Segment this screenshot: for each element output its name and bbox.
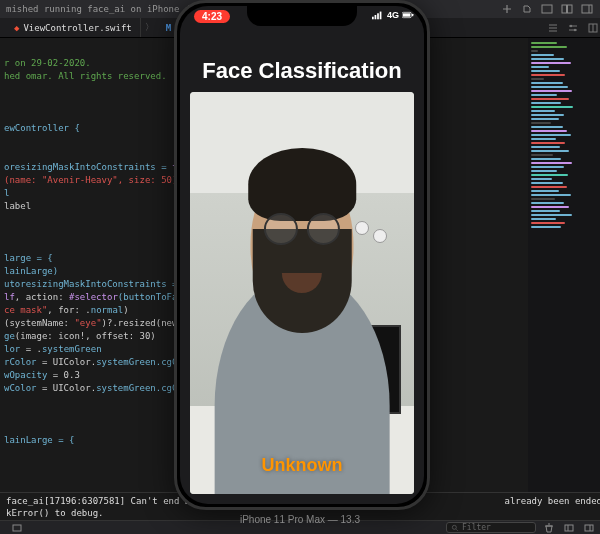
simulator-screen[interactable]: 4:23 4G Face Classification [180,6,424,504]
svg-rect-16 [372,17,374,20]
app-title: Face Classification [180,58,424,84]
assistant-layout-icon[interactable] [560,2,574,16]
tab-viewcontroller[interactable]: ◆ ViewController.swift [6,18,141,37]
swift-icon: ◆ [14,23,19,33]
svg-rect-3 [582,5,592,13]
adjust-icon[interactable] [566,21,580,35]
svg-point-6 [574,28,576,30]
svg-rect-17 [375,15,377,19]
simulator-caption: iPhone 11 Pro Max — 13.3 [0,514,600,525]
classification-result: Unknown [190,455,414,476]
svg-point-5 [570,24,572,26]
lines-icon[interactable] [546,21,560,35]
svg-rect-18 [377,13,379,19]
breadcrumb-separator: 〉 [141,21,158,34]
signal-icon [372,10,384,20]
right-panel-icon[interactable] [580,2,594,16]
status-bar-time: 4:23 [194,10,230,23]
new-tab-icon[interactable] [500,2,514,16]
camera-preview: Unknown [190,92,414,494]
svg-rect-12 [565,525,573,531]
battery-icon [402,10,414,20]
device-notch [247,6,357,26]
svg-rect-14 [585,525,593,531]
status-bar-right: 4G [372,10,414,20]
minimap[interactable] [528,38,600,504]
ios-simulator: 4:23 4G Face Classification [174,0,430,510]
svg-line-11 [456,529,457,530]
svg-rect-21 [403,13,410,16]
svg-rect-0 [542,5,552,13]
network-label: 4G [387,10,399,20]
svg-rect-22 [412,14,413,17]
svg-rect-19 [380,12,382,20]
svg-point-10 [452,525,456,529]
svg-rect-2 [568,5,573,13]
editor-layout-icon[interactable] [540,2,554,16]
method-icon: M [166,23,171,33]
camera-frame [190,92,414,494]
history-icon[interactable] [520,2,534,16]
tab-label: ViewController.swift [23,23,131,33]
split-icon[interactable] [586,21,600,35]
svg-rect-9 [13,525,21,531]
svg-rect-1 [562,5,567,13]
